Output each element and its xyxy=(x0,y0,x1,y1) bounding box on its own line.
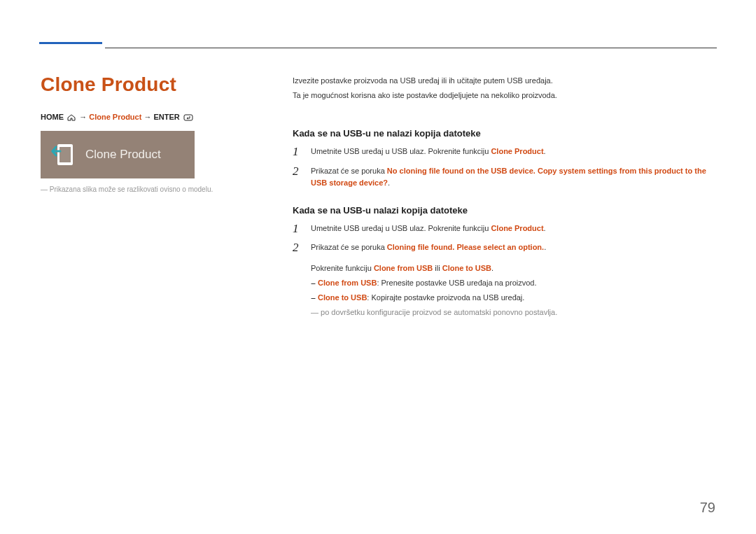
run-post: . xyxy=(491,264,493,272)
step-text: Prikazat će se poruka xyxy=(311,243,387,251)
section-heading-no-file: Kada se na USB-u ne nalazi kopija datote… xyxy=(293,128,715,139)
run-or: ili xyxy=(433,264,442,272)
option-bullet-2: Clone to USB: Kopirajte postavke proizvo… xyxy=(293,290,715,305)
breadcrumb-arrow-1: → xyxy=(79,113,87,121)
option-bullet-1: Clone from USB: Prenesite postavke USB u… xyxy=(293,276,715,290)
svg-rect-0 xyxy=(184,115,192,120)
step-text: Umetnite USB uređaj u USB ulaz. Pokrenit… xyxy=(311,147,491,155)
step-number: 2 xyxy=(293,165,301,177)
page-number: 79 xyxy=(700,500,715,516)
step-text-post: . xyxy=(544,243,546,251)
breadcrumb-enter: ENTER xyxy=(153,113,179,121)
header-rule-accent xyxy=(39,42,102,44)
section-heading-file-found: Kada se na USB-u nalazi kopija datoteke xyxy=(293,205,715,216)
intro-line-2: Ta je mogućnost korisna ako iste postavk… xyxy=(293,90,715,101)
step-number: 1 xyxy=(293,146,301,157)
bullet-emph: Clone from USB xyxy=(318,279,377,287)
page-title: Clone Product xyxy=(41,73,265,96)
bullet-rest: : Kopirajte postavke proizvoda na USB ur… xyxy=(367,293,524,302)
step-body: Prikazat će se poruka No cloning file fo… xyxy=(311,165,715,190)
bullet-emph: Clone to USB xyxy=(318,293,367,302)
run-pre: Pokrenite funkciju xyxy=(311,264,374,272)
clone-product-icon xyxy=(50,141,77,168)
breadcrumb: HOME → Clone Product → ENTER xyxy=(41,113,265,121)
step-emph: Cloning file found. Please select an opt… xyxy=(387,243,544,251)
header-rule xyxy=(105,48,717,48)
feature-tile-label: Clone Product xyxy=(85,148,161,162)
intro-line-1: Izvezite postavke proizvoda na USB uređa… xyxy=(293,75,715,87)
right-column: Izvezite postavke proizvoda na USB uređa… xyxy=(293,73,715,320)
run-opt1: Clone from USB xyxy=(374,264,433,272)
breadcrumb-current: Clone Product xyxy=(89,113,141,121)
enter-icon xyxy=(183,114,193,121)
step-text-post: . xyxy=(544,224,546,232)
step-text-post: . xyxy=(544,147,546,155)
step-emph: Clone Product xyxy=(491,224,543,232)
step-row: 2 Prikazat će se poruka No cloning file … xyxy=(293,165,715,190)
step-number: 1 xyxy=(293,223,301,234)
image-disclaimer: Prikazana slika može se razlikovati ovis… xyxy=(41,185,265,193)
home-icon xyxy=(67,114,76,121)
step-text: Umetnite USB uređaj u USB ulaz. Pokrenit… xyxy=(311,224,491,232)
manual-page: Clone Product HOME → Clone Product → ENT… xyxy=(0,0,756,534)
breadcrumb-home: HOME xyxy=(41,113,64,121)
step-body: Umetnite USB uređaj u USB ulaz. Pokrenit… xyxy=(311,146,715,158)
breadcrumb-arrow-2: → xyxy=(144,113,151,121)
step-body: Umetnite USB uređaj u USB ulaz. Pokrenit… xyxy=(311,223,715,235)
step-number: 2 xyxy=(293,241,301,253)
run-opt2: Clone to USB xyxy=(442,264,491,272)
step-body: Prikazat će se poruka Cloning file found… xyxy=(311,241,715,254)
step-row: 2 Prikazat će se poruka Cloning file fou… xyxy=(293,241,715,254)
step-text-post: . xyxy=(388,178,390,187)
step-row: 1 Umetnite USB uređaj u USB ulaz. Pokren… xyxy=(293,146,715,158)
step-text: Prikazat će se poruka xyxy=(311,167,387,175)
feature-tile: Clone Product xyxy=(41,131,195,178)
step-emph: Clone Product xyxy=(491,147,543,155)
bullet-rest: : Prenesite postavke USB uređaja na proi… xyxy=(377,279,536,287)
page-content: Clone Product HOME → Clone Product → ENT… xyxy=(41,42,715,320)
step-row: 1 Umetnite USB uređaj u USB ulaz. Pokren… xyxy=(293,223,715,235)
run-instruction: Pokrenite funkciju Clone from USB ili Cl… xyxy=(293,261,715,276)
left-column: Clone Product HOME → Clone Product → ENT… xyxy=(41,73,293,320)
final-note: po dovršetku konfiguracije proizvod se a… xyxy=(293,305,715,320)
